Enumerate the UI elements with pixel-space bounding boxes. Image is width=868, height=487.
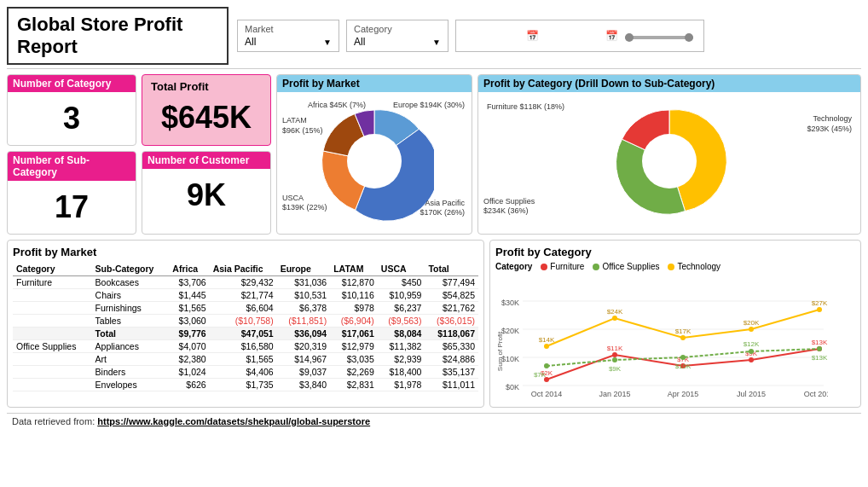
svg-text:Sum of Profit: Sum of Profit (496, 331, 504, 371)
table-cell-latam: $12,870 (330, 276, 378, 289)
svg-text:$10K: $10K (501, 355, 519, 363)
category-filter-label: Category (354, 24, 441, 34)
legend-technology-label: Technology (677, 262, 720, 271)
office-supplies-dot (593, 264, 599, 270)
table-cell-latam: $978 (330, 302, 378, 315)
svg-text:Apr 2015: Apr 2015 (668, 390, 699, 398)
kpi-total-profit: Total Profit $645K (142, 74, 271, 146)
cat-label-furniture: Furniture $118K (18%) (487, 102, 564, 113)
svg-text:$0K: $0K (506, 383, 519, 391)
svg-text:$27K: $27K (812, 299, 828, 307)
table-cell-africa: $626 (169, 379, 209, 391)
market-label-europe: Europe $194K (30%) (393, 101, 465, 111)
footer-note: Data retrieved from: https://www.kaggle.… (7, 413, 861, 429)
table-cell-asia_pacific: ($10,758) (210, 315, 277, 328)
footer-link[interactable]: https://www.kaggle.com/datasets/shekpaul… (97, 416, 370, 426)
table-cell-usca: $8,084 (378, 328, 425, 340)
svg-text:Jan 2015: Jan 2015 (599, 390, 630, 398)
table-cell-asia_pacific: $1,565 (210, 353, 277, 366)
kpi-num-customer-title: Number of Customer (142, 152, 270, 169)
table-cell-europe: $6,378 (277, 302, 331, 315)
page-title: Global Store Profit Report (7, 7, 229, 65)
kpi-num-category-value: 3 (16, 97, 127, 140)
table-cell-usca: $2,939 (378, 353, 425, 366)
profit-table: Category Sub-Category Africa Asia Pacifi… (13, 262, 478, 391)
market-label-africa: Africa $45K (7%) (308, 101, 366, 111)
table-cell-latam: $3,035 (330, 353, 378, 366)
svg-text:$20K: $20K (501, 327, 519, 335)
kpi-num-subcategory-title: Number of Sub-Category (8, 152, 136, 181)
table-cell-africa: $3,706 (169, 276, 209, 289)
table-cell-total: $11,011 (425, 379, 478, 391)
svg-text:$7K: $7K (534, 371, 547, 379)
table-cell-usca: $6,237 (378, 302, 425, 315)
line-chart-section: Profit by Category Category Furniture Of… (489, 240, 861, 408)
category-filter[interactable]: Category All ▼ (346, 20, 448, 52)
calendar-end-icon: 📅 (605, 30, 618, 42)
table-cell-category: Furniture (13, 276, 92, 289)
table-cell-europe: $31,036 (277, 276, 331, 289)
date-end-input[interactable]: 12/31/2015 (542, 31, 602, 41)
date-slider[interactable] (625, 36, 693, 39)
table-cell-usca: $1,978 (378, 379, 425, 391)
market-dropdown-icon: ▼ (323, 38, 332, 47)
table-cell-asia_pacific: $6,604 (210, 302, 277, 315)
table-cell-usca: $18,400 (378, 366, 425, 379)
table-cell-asia_pacific: $47,051 (210, 328, 277, 340)
market-filter[interactable]: Market All ▼ (237, 20, 339, 52)
technology-dot (668, 264, 674, 270)
table-cell-category (13, 353, 92, 366)
table-cell-asia_pacific: $21,774 (210, 289, 277, 302)
table-cell-total: $21,762 (425, 302, 478, 315)
table-cell-usca: $450 (378, 276, 425, 289)
kpi-total-profit-title: Total Profit (151, 80, 262, 93)
table-cell-subcategory: Art (92, 353, 170, 366)
col-header-usca: USCA (378, 262, 425, 276)
svg-text:Jul 2015: Jul 2015 (737, 390, 766, 398)
profit-table-section: Profit by Market Category Sub-Category A… (7, 240, 484, 408)
table-cell-total: ($36,015) (425, 315, 478, 328)
table-cell-total: $24,886 (425, 353, 478, 366)
table-cell-subcategory: Furnishings (92, 302, 170, 315)
furniture-point-1 (612, 352, 617, 357)
line-chart-legend: Category Furniture Office Supplies Techn… (495, 262, 855, 271)
date-range-filter[interactable]: 10/1/2014 📅 12/31/2015 📅 (455, 20, 704, 52)
svg-text:$10K: $10K (675, 362, 692, 370)
table-cell-subcategory: Envelopes (92, 379, 170, 391)
cat-label-technology: Technology$293K (45%) (807, 114, 852, 134)
svg-point-0 (347, 134, 402, 188)
svg-text:$9K: $9K (609, 365, 622, 373)
svg-text:$24K: $24K (607, 308, 623, 316)
market-label-latam: LATAM$96K (15%) (282, 116, 323, 136)
table-cell-subcategory: Chairs (92, 289, 170, 302)
date-start-input[interactable]: 10/1/2014 (463, 31, 523, 41)
svg-text:$30K: $30K (501, 299, 519, 307)
table-cell-asia_pacific: $29,432 (210, 276, 277, 289)
kpi-num-subcategory-value: 17 (16, 186, 127, 229)
office-supplies-point-4 (817, 346, 822, 351)
profit-by-market-chart: Profit by Market Europe $1 (276, 74, 472, 235)
table-cell-category (13, 379, 92, 391)
table-cell-africa: $4,070 (169, 340, 209, 353)
table-cell-subcategory: Total (92, 328, 170, 340)
table-cell-africa: $2,380 (169, 353, 209, 366)
svg-text:$13K: $13K (812, 339, 828, 346)
table-cell-africa: $1,024 (169, 366, 209, 379)
table-cell-subcategory: Appliances (92, 340, 170, 353)
col-header-europe: Europe (277, 262, 331, 276)
technology-point-2 (680, 335, 686, 340)
category-filter-value: All (354, 36, 432, 48)
table-cell-europe: $9,037 (277, 366, 331, 379)
profit-by-category-title: Profit by Category (Drill Down to Sub-Ca… (478, 75, 860, 92)
col-header-asia-pacific: Asia Pacific (210, 262, 277, 276)
table-cell-category (13, 315, 92, 328)
technology-point-3 (749, 327, 754, 332)
kpi-num-subcategory: Number of Sub-Category 17 (7, 151, 136, 235)
cat-label-officesupplies: Office Supplies$234K (36%) (483, 197, 535, 217)
table-cell-category (13, 302, 92, 315)
kpi-num-customer-value: 9K (151, 174, 262, 217)
table-cell-category (13, 289, 92, 302)
svg-point-1 (642, 134, 697, 188)
table-cell-subcategory: Binders (92, 366, 170, 379)
legend-category-label: Category (495, 262, 532, 271)
